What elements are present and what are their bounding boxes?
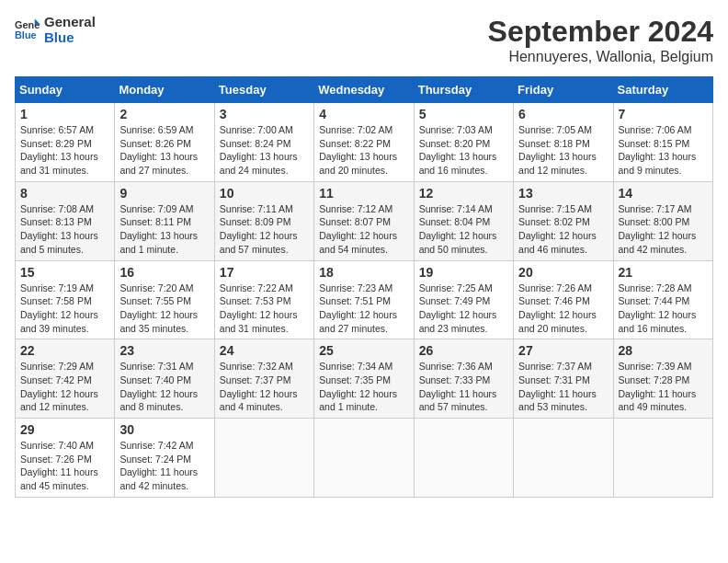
day-number: 12 [419, 186, 508, 201]
day-number: 13 [518, 186, 608, 201]
day-info: Sunrise: 7:22 AMSunset: 7:53 PMDaylight:… [220, 282, 309, 336]
title-area: September 2024 Hennuyeres, Wallonia, Bel… [488, 15, 713, 65]
calendar-cell: 21Sunrise: 7:28 AMSunset: 7:44 PMDayligh… [613, 260, 712, 339]
day-number: 24 [220, 343, 309, 358]
calendar-cell: 7Sunrise: 7:06 AMSunset: 8:15 PMDaylight… [613, 103, 712, 182]
day-header-thursday: Thursday [414, 77, 513, 103]
calendar-cell: 3Sunrise: 7:00 AMSunset: 8:24 PMDaylight… [214, 103, 313, 182]
logo-line2: Blue [44, 30, 96, 46]
calendar-cell: 25Sunrise: 7:34 AMSunset: 7:35 PMDayligh… [314, 339, 414, 419]
day-header-tuesday: Tuesday [214, 77, 313, 103]
day-info: Sunrise: 7:25 AMSunset: 7:49 PMDaylight:… [419, 282, 508, 336]
day-info: Sunrise: 7:32 AMSunset: 7:37 PMDaylight:… [220, 360, 309, 414]
day-info: Sunrise: 7:00 AMSunset: 8:24 PMDaylight:… [220, 123, 309, 178]
day-info: Sunrise: 7:36 AMSunset: 7:33 PMDaylight:… [419, 360, 508, 414]
day-number: 2 [119, 107, 209, 121]
day-header-sunday: Sunday [16, 77, 115, 103]
calendar-cell: 2Sunrise: 6:59 AMSunset: 8:26 PMDaylight… [115, 103, 214, 182]
calendar-week-2: 8Sunrise: 7:08 AMSunset: 8:13 PMDaylight… [16, 181, 713, 260]
calendar-cell: 6Sunrise: 7:05 AMSunset: 8:18 PMDaylight… [514, 103, 613, 182]
day-number: 5 [419, 107, 508, 121]
calendar-subtitle: Hennuyeres, Wallonia, Belgium [488, 49, 713, 65]
day-number: 4 [319, 107, 408, 121]
day-number: 11 [319, 186, 408, 201]
calendar-title: September 2024 [488, 15, 713, 49]
day-info: Sunrise: 7:14 AMSunset: 8:04 PMDaylight:… [419, 202, 508, 257]
day-number: 15 [20, 265, 109, 280]
day-number: 14 [619, 186, 708, 201]
calendar-week-3: 15Sunrise: 7:19 AMSunset: 7:58 PMDayligh… [16, 260, 713, 339]
calendar-cell: 29Sunrise: 7:40 AMSunset: 7:26 PMDayligh… [16, 419, 115, 498]
day-number: 16 [119, 265, 209, 280]
day-info: Sunrise: 7:34 AMSunset: 7:35 PMDaylight:… [319, 360, 408, 414]
calendar-body: 1Sunrise: 6:57 AMSunset: 8:29 PMDaylight… [16, 103, 713, 498]
day-header-monday: Monday [115, 77, 214, 103]
calendar-cell: 28Sunrise: 7:39 AMSunset: 7:28 PMDayligh… [613, 339, 712, 419]
header: General Blue General Blue September 2024… [15, 15, 713, 65]
day-info: Sunrise: 7:40 AMSunset: 7:26 PMDaylight:… [20, 439, 109, 493]
day-number: 18 [319, 265, 408, 280]
calendar-week-5: 29Sunrise: 7:40 AMSunset: 7:26 PMDayligh… [16, 419, 713, 498]
calendar-cell: 13Sunrise: 7:15 AMSunset: 8:02 PMDayligh… [514, 181, 613, 260]
logo-line1: General [44, 15, 96, 30]
calendar-cell [314, 419, 414, 498]
day-number: 28 [619, 343, 708, 358]
day-number: 10 [220, 186, 309, 201]
calendar-cell: 17Sunrise: 7:22 AMSunset: 7:53 PMDayligh… [214, 260, 313, 339]
day-number: 1 [20, 107, 109, 121]
calendar-cell: 9Sunrise: 7:09 AMSunset: 8:11 PMDaylight… [115, 181, 214, 260]
day-info: Sunrise: 7:29 AMSunset: 7:42 PMDaylight:… [20, 360, 109, 414]
day-info: Sunrise: 7:42 AMSunset: 7:24 PMDaylight:… [119, 439, 209, 493]
calendar-cell: 26Sunrise: 7:36 AMSunset: 7:33 PMDayligh… [414, 339, 513, 419]
day-number: 26 [419, 343, 508, 358]
day-info: Sunrise: 7:09 AMSunset: 8:11 PMDaylight:… [119, 202, 209, 257]
calendar-cell: 1Sunrise: 6:57 AMSunset: 8:29 PMDaylight… [16, 103, 115, 182]
day-number: 22 [20, 343, 109, 358]
day-info: Sunrise: 7:05 AMSunset: 8:18 PMDaylight:… [518, 123, 608, 178]
calendar-cell: 5Sunrise: 7:03 AMSunset: 8:20 PMDaylight… [414, 103, 513, 182]
day-info: Sunrise: 7:02 AMSunset: 8:22 PMDaylight:… [319, 123, 408, 178]
calendar-cell: 8Sunrise: 7:08 AMSunset: 8:13 PMDaylight… [16, 181, 115, 260]
calendar-cell: 12Sunrise: 7:14 AMSunset: 8:04 PMDayligh… [414, 181, 513, 260]
day-header-wednesday: Wednesday [314, 77, 414, 103]
day-info: Sunrise: 7:17 AMSunset: 8:00 PMDaylight:… [619, 202, 708, 257]
day-number: 19 [419, 265, 508, 280]
day-number: 23 [119, 343, 209, 358]
logo: General Blue General Blue [15, 15, 96, 45]
day-number: 27 [518, 343, 608, 358]
day-number: 30 [119, 422, 209, 437]
day-number: 7 [619, 107, 708, 121]
day-header-friday: Friday [514, 77, 613, 103]
day-info: Sunrise: 7:19 AMSunset: 7:58 PMDaylight:… [20, 282, 109, 336]
day-info: Sunrise: 7:15 AMSunset: 8:02 PMDaylight:… [518, 202, 608, 257]
calendar-cell [214, 419, 313, 498]
day-info: Sunrise: 7:08 AMSunset: 8:13 PMDaylight:… [20, 202, 109, 257]
day-info: Sunrise: 6:59 AMSunset: 8:26 PMDaylight:… [119, 123, 209, 178]
calendar-cell: 14Sunrise: 7:17 AMSunset: 8:00 PMDayligh… [613, 181, 712, 260]
day-info: Sunrise: 7:23 AMSunset: 7:51 PMDaylight:… [319, 282, 408, 336]
calendar-header-row: SundayMondayTuesdayWednesdayThursdayFrid… [16, 77, 713, 103]
day-info: Sunrise: 7:03 AMSunset: 8:20 PMDaylight:… [419, 123, 508, 178]
calendar-cell: 27Sunrise: 7:37 AMSunset: 7:31 PMDayligh… [514, 339, 613, 419]
day-number: 3 [220, 107, 309, 121]
calendar-cell: 10Sunrise: 7:11 AMSunset: 8:09 PMDayligh… [214, 181, 313, 260]
day-number: 8 [20, 186, 109, 201]
day-info: Sunrise: 7:12 AMSunset: 8:07 PMDaylight:… [319, 202, 408, 257]
calendar-cell: 16Sunrise: 7:20 AMSunset: 7:55 PMDayligh… [115, 260, 214, 339]
day-info: Sunrise: 7:31 AMSunset: 7:40 PMDaylight:… [119, 360, 209, 414]
day-number: 9 [119, 186, 209, 201]
day-number: 21 [619, 265, 708, 280]
calendar-cell [613, 419, 712, 498]
calendar-cell [514, 419, 613, 498]
day-info: Sunrise: 7:39 AMSunset: 7:28 PMDaylight:… [619, 360, 708, 414]
calendar-week-4: 22Sunrise: 7:29 AMSunset: 7:42 PMDayligh… [16, 339, 713, 419]
calendar-cell [414, 419, 513, 498]
calendar-cell: 24Sunrise: 7:32 AMSunset: 7:37 PMDayligh… [214, 339, 313, 419]
day-info: Sunrise: 7:26 AMSunset: 7:46 PMDaylight:… [518, 282, 608, 336]
day-header-saturday: Saturday [613, 77, 712, 103]
calendar-cell: 20Sunrise: 7:26 AMSunset: 7:46 PMDayligh… [514, 260, 613, 339]
calendar-cell: 23Sunrise: 7:31 AMSunset: 7:40 PMDayligh… [115, 339, 214, 419]
day-info: Sunrise: 7:37 AMSunset: 7:31 PMDaylight:… [518, 360, 608, 414]
calendar-cell: 15Sunrise: 7:19 AMSunset: 7:58 PMDayligh… [16, 260, 115, 339]
day-number: 29 [20, 422, 109, 437]
